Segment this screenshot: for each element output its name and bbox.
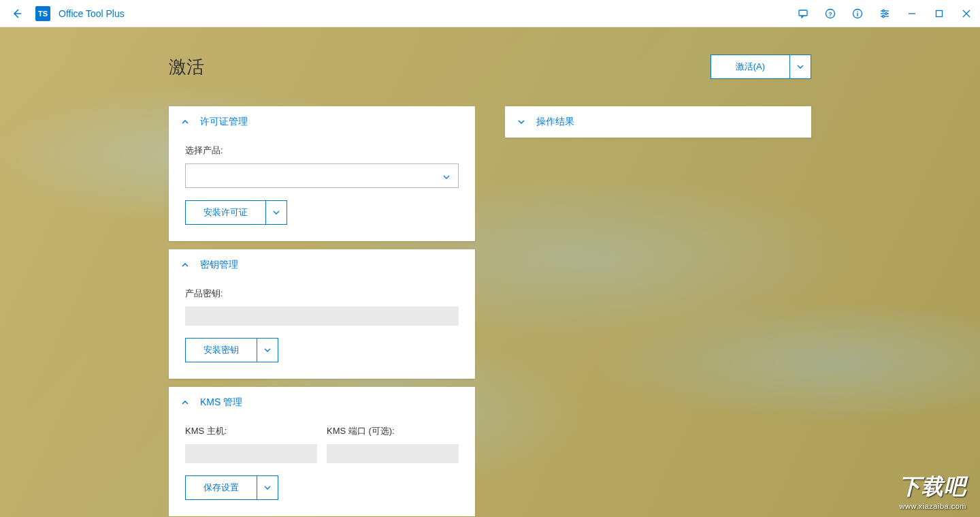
svg-rect-0 [799,10,807,16]
chevron-up-icon [180,119,191,125]
arrow-left-icon [12,8,22,19]
chevron-down-icon [516,119,527,125]
titlebar-left: TS Office Tool Plus [0,0,125,27]
activate-button[interactable]: 激活(A) [711,55,790,78]
license-panel: 许可证管理 选择产品: 安装许可证 [169,106,475,241]
kms-port-col: KMS 端口 (可选): [327,425,459,463]
kms-panel: KMS 管理 KMS 主机: KMS 端口 (可选): [169,387,475,516]
kms-row: KMS 主机: KMS 端口 (可选): [185,425,459,463]
maximize-button[interactable] [926,0,953,27]
page-title: 激活 [169,55,204,79]
right-column: 操作结果 [505,106,811,516]
product-dropdown[interactable] [185,163,459,188]
help-icon: ? [825,8,836,19]
columns: 许可证管理 选择产品: 安装许可证 [169,106,811,516]
info-button[interactable] [844,0,871,27]
chevron-down-icon [797,65,804,69]
chevron-up-icon [180,262,191,268]
close-button[interactable] [953,0,980,27]
save-settings-split-button: 保存设置 [185,475,278,500]
minimize-icon [908,10,916,18]
info-icon [852,8,863,19]
maximize-icon [935,10,943,18]
result-panel-header[interactable]: 操作结果 [505,106,811,138]
minimize-button[interactable] [898,0,926,27]
svg-point-9 [885,12,887,14]
chevron-down-icon [264,486,271,490]
activate-split-button: 激活(A) [710,54,811,79]
license-panel-body: 选择产品: 安装许可证 [169,138,475,241]
app-logo: TS [35,6,50,21]
chevron-down-icon [443,170,450,182]
key-panel-body: 产品密钥: 安装密钥 [169,281,475,379]
product-label: 选择产品: [185,144,459,157]
chat-button[interactable] [789,0,817,27]
license-panel-header[interactable]: 许可证管理 [169,106,475,138]
install-license-button[interactable]: 安装许可证 [186,201,266,224]
result-panel-title: 操作结果 [536,116,574,128]
product-key-input[interactable] [185,307,459,326]
svg-rect-13 [936,10,943,16]
watermark: 下载吧 www.xiazaiba.com [899,472,966,510]
install-license-dropdown-button[interactable] [266,201,287,224]
kms-panel-header[interactable]: KMS 管理 [169,387,475,418]
svg-point-4 [857,11,858,12]
kms-panel-body: KMS 主机: KMS 端口 (可选): 保存设置 [169,418,475,516]
key-panel: 密钥管理 产品密钥: 安装密钥 [169,249,475,379]
back-button[interactable] [7,0,27,27]
svg-point-11 [883,15,885,17]
chevron-down-icon [264,348,271,352]
content-header: 激活 激活(A) [169,54,811,79]
watermark-text: 下载吧 [899,472,966,502]
chevron-up-icon [180,400,191,405]
kms-host-col: KMS 主机: [185,425,317,463]
close-icon [962,10,970,18]
kms-host-input[interactable] [185,444,317,463]
chat-icon [798,8,808,19]
left-column: 许可证管理 选择产品: 安装许可证 [169,106,475,516]
titlebar: TS Office Tool Plus ? [0,0,980,27]
chevron-down-icon [273,210,280,215]
app-title: Office Tool Plus [59,8,125,19]
svg-rect-5 [857,13,858,16]
install-key-button[interactable]: 安装密钥 [186,339,257,362]
settings-button[interactable] [871,0,898,27]
kms-port-label: KMS 端口 (可选): [327,425,459,437]
settings-icon [879,8,890,19]
save-settings-dropdown-button[interactable] [257,476,278,499]
install-key-dropdown-button[interactable] [257,339,278,362]
kms-panel-title: KMS 管理 [200,396,242,409]
svg-point-7 [883,10,885,12]
install-key-split-button: 安装密钥 [185,338,278,362]
titlebar-right: ? [789,0,980,27]
activate-dropdown-button[interactable] [790,55,811,78]
kms-port-input[interactable] [327,444,459,463]
install-license-split-button: 安装许可证 [185,200,287,225]
content: 激活 激活(A) 许可证管理 选择产品: [0,27,980,516]
help-button[interactable]: ? [817,0,844,27]
save-settings-button[interactable]: 保存设置 [186,476,257,499]
result-panel: 操作结果 [505,106,811,138]
kms-host-label: KMS 主机: [185,425,317,437]
key-panel-header[interactable]: 密钥管理 [169,249,475,281]
license-panel-title: 许可证管理 [200,116,248,128]
svg-text:?: ? [828,10,832,17]
watermark-url: www.xiazaiba.com [899,502,966,510]
logo-text: TS [38,10,48,18]
key-panel-title: 密钥管理 [200,259,238,271]
key-label: 产品密钥: [185,287,459,300]
